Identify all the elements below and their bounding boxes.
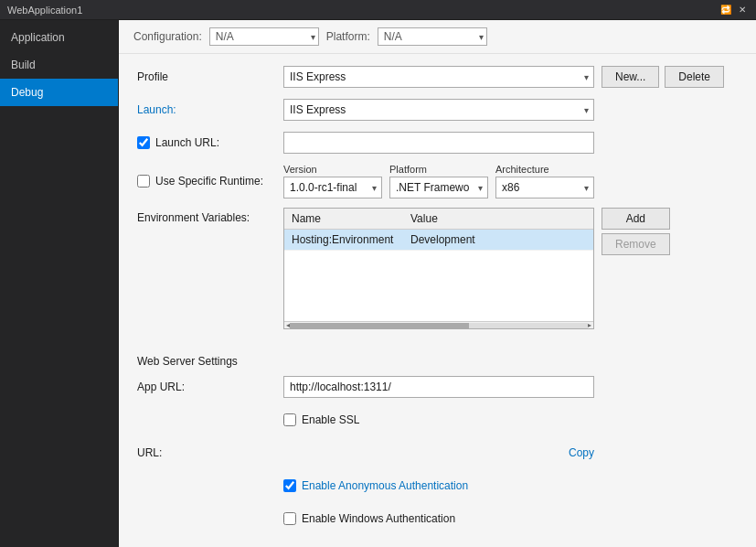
architecture-col-label: Architecture (495, 164, 594, 175)
env-buttons: Add Remove (602, 208, 670, 255)
launch-url-input[interactable] (283, 132, 594, 154)
main-layout: Application Build Debug Configuration: N… (0, 20, 756, 547)
delete-button[interactable]: Delete (665, 66, 724, 88)
app-url-row: App URL: (137, 375, 738, 399)
profile-select[interactable]: IIS Express (283, 66, 594, 88)
windows-auth-checkbox-row: Enable Windows Authentication (283, 512, 455, 525)
title-bar: WebApplication1 🔁 ✕ (0, 0, 756, 20)
config-select-wrapper: N/A (209, 27, 319, 46)
launch-url-label: Launch URL: (155, 136, 219, 149)
env-table-container: Name Value Hosting:Environment Developme… (283, 208, 594, 329)
env-table-header: Name Value (284, 209, 593, 230)
architecture-col: Architecture x86 (495, 164, 594, 198)
runtime-label-wrapper: Use Specific Runtime: (137, 175, 283, 188)
launch-url-control (283, 132, 594, 154)
table-row[interactable]: Hosting:Environment Development (284, 230, 593, 251)
env-vars-row: Environment Variables: Name Value Hostin… (137, 208, 738, 329)
specific-runtime-checkbox[interactable] (137, 175, 150, 188)
scroll-thumb (290, 323, 469, 328)
env-row-name: Hosting:Environment (288, 231, 407, 248)
scroll-right-arrow[interactable]: ▸ (588, 321, 591, 329)
platform-col-label: Platform (389, 164, 488, 175)
version-col-label: Version (283, 164, 382, 175)
anon-auth-label: Enable Anonymous Authentication (302, 479, 468, 492)
app-url-control (283, 376, 594, 398)
remove-button[interactable]: Remove (602, 233, 670, 255)
env-vars-label: Environment Variables: (137, 208, 283, 224)
version-dropdown-wrapper: 1.0.0-rc1-final (283, 177, 382, 198)
app-url-input[interactable] (283, 376, 594, 398)
anon-auth-row: Enable Anonymous Authentication (137, 474, 738, 498)
launch-url-row: Launch URL: (137, 131, 738, 155)
app-url-label: App URL: (137, 381, 283, 393)
content-area: Configuration: N/A Platform: N/A Profile (119, 20, 756, 547)
sidebar-item-debug[interactable]: Debug (0, 79, 118, 106)
web-server-settings-divider: Web Server Settings (119, 349, 756, 371)
launch-row: Launch: IIS Express (137, 98, 738, 122)
web-server-section: App URL: Enable SSL URL: Copy (119, 371, 756, 547)
windows-auth-row: Enable Windows Authentication (137, 507, 738, 531)
env-table-body: Hosting:Environment Development (284, 230, 593, 321)
windows-auth-label: Enable Windows Authentication (302, 512, 455, 525)
runtime-cols: Version 1.0.0-rc1-final Platform .NET Fr… (283, 164, 594, 198)
env-col-name-header: Name (288, 210, 407, 227)
platform-select-wrapper: N/A (378, 27, 487, 46)
platform-label: Platform: (326, 30, 370, 43)
windows-auth-checkbox[interactable] (283, 512, 296, 525)
launch-select[interactable]: IIS Express (283, 99, 594, 121)
close-button[interactable]: ✕ (736, 4, 749, 16)
launch-label: Launch: (137, 103, 283, 116)
copy-link-button[interactable]: Copy (569, 446, 594, 459)
config-select[interactable]: N/A (209, 27, 319, 46)
enable-ssl-checkbox[interactable] (283, 413, 296, 426)
platform-col: Platform .NET Framework (389, 164, 488, 198)
platform-col-select[interactable]: .NET Framework (389, 177, 488, 198)
launch-url-checkbox-row: Launch URL: (137, 136, 283, 149)
env-table-scroll: ◂ ▸ (284, 321, 593, 328)
sidebar-item-application[interactable]: Application (0, 24, 118, 51)
platform-col-dropdown-wrapper: .NET Framework (389, 177, 488, 198)
anon-auth-checkbox[interactable] (283, 479, 296, 492)
anon-auth-checkbox-row: Enable Anonymous Authentication (283, 479, 468, 492)
profile-dropdown-wrapper: IIS Express (283, 66, 594, 88)
url-row-content: Copy (283, 446, 594, 459)
runtime-checkbox-row: Use Specific Runtime: (137, 175, 283, 188)
platform-select[interactable]: N/A (378, 27, 487, 46)
launch-dropdown-wrapper: IIS Express (283, 99, 594, 121)
title-bar-controls: 🔁 ✕ (719, 4, 749, 16)
version-col: Version 1.0.0-rc1-final (283, 164, 382, 198)
config-bar: Configuration: N/A Platform: N/A (119, 20, 756, 54)
profile-row: Profile IIS Express New... Delete (137, 65, 738, 89)
title-bar-text: WebApplication1 (7, 5, 719, 16)
url-label: URL: (137, 446, 283, 459)
architecture-dropdown-wrapper: x86 (495, 177, 594, 198)
env-row-value: Development (407, 231, 590, 248)
sidebar-item-build[interactable]: Build (0, 51, 118, 79)
version-select[interactable]: 1.0.0-rc1-final (283, 177, 382, 198)
profile-buttons: New... Delete (602, 66, 724, 88)
url-row: URL: Copy (137, 441, 738, 465)
web-server-settings-label: Web Server Settings (137, 355, 238, 368)
launch-url-label-wrapper: Launch URL: (137, 136, 283, 149)
new-button[interactable]: New... (602, 66, 659, 88)
enable-ssl-checkbox-row: Enable SSL (283, 413, 359, 426)
profile-label: Profile (137, 70, 283, 83)
launch-url-checkbox[interactable] (137, 136, 150, 149)
config-label: Configuration: (133, 30, 202, 43)
env-col-val-header: Value (407, 210, 590, 227)
pin-button[interactable]: 🔁 (719, 4, 732, 16)
scroll-track (290, 323, 588, 328)
runtime-row: Use Specific Runtime: Version 1.0.0-rc1-… (137, 164, 738, 198)
add-button[interactable]: Add (602, 208, 670, 230)
sidebar: Application Build Debug (0, 20, 119, 547)
form-section: Profile IIS Express New... Delete Launch… (119, 54, 756, 349)
runtime-label: Use Specific Runtime: (155, 175, 263, 188)
enable-ssl-label: Enable SSL (302, 413, 359, 426)
architecture-select[interactable]: x86 (495, 177, 594, 198)
enable-ssl-row: Enable SSL (137, 408, 738, 432)
